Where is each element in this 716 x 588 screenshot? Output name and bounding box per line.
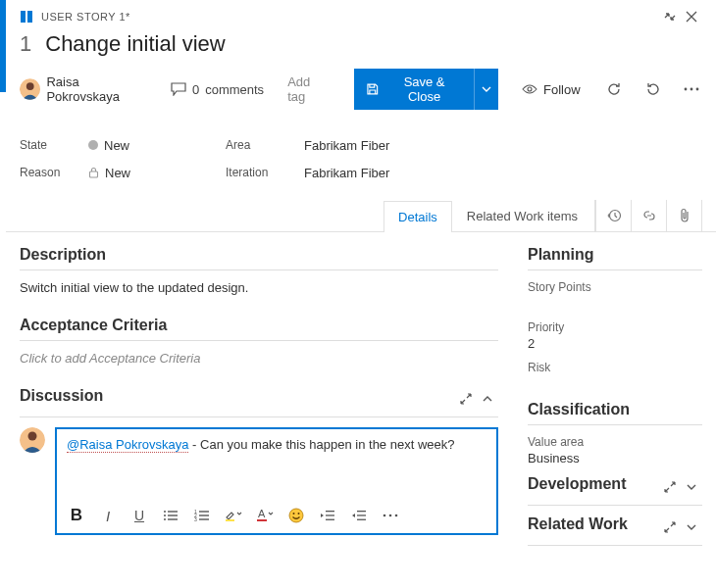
assignee-name: Raisa Pokrovskaya xyxy=(46,74,152,104)
save-dropdown-button[interactable] xyxy=(474,69,498,110)
tab-details[interactable]: Details xyxy=(384,201,452,232)
undo-icon xyxy=(645,81,661,97)
link-icon xyxy=(641,208,657,223)
avatar xyxy=(20,78,40,100)
editor-emoji-button[interactable] xyxy=(284,504,308,527)
svg-point-11 xyxy=(28,432,37,441)
discussion-textarea[interactable]: @Raisa Pokrovskaya - Can you make this h… xyxy=(57,429,496,498)
svg-rect-31 xyxy=(326,514,334,515)
follow-button[interactable]: Follow xyxy=(516,78,587,101)
editor-number-list-button[interactable]: 123 xyxy=(190,504,214,527)
restore-window-icon[interactable] xyxy=(659,6,681,27)
discussion-expand-button[interactable] xyxy=(455,388,477,410)
description-text[interactable]: Switch initial view to the updated desig… xyxy=(20,280,498,295)
chevron-up-icon xyxy=(483,395,492,403)
editor-indent-button[interactable] xyxy=(347,504,371,527)
tab-history[interactable] xyxy=(595,200,631,231)
tab-related-work-items[interactable]: Related Work items xyxy=(452,200,592,231)
divider xyxy=(20,340,498,341)
comments-label: comments xyxy=(205,82,264,97)
highlight-icon xyxy=(225,509,242,522)
close-icon[interactable] xyxy=(681,6,702,27)
attachment-icon xyxy=(678,208,691,223)
work-item-type-label: USER STORY 1* xyxy=(41,11,130,23)
editor-underline-button[interactable]: U xyxy=(128,504,151,527)
development-collapse-button[interactable] xyxy=(681,476,702,498)
work-item-id: 1 xyxy=(20,31,31,57)
iteration-label: Iteration xyxy=(226,166,304,179)
lock-icon xyxy=(88,167,99,178)
svg-point-36 xyxy=(384,514,386,517)
development-expand-button[interactable] xyxy=(659,476,681,498)
user-story-type-icon xyxy=(20,10,33,24)
svg-rect-35 xyxy=(357,519,366,520)
story-points-field[interactable] xyxy=(528,296,702,311)
revert-button[interactable] xyxy=(642,78,663,100)
related-work-expand-button[interactable] xyxy=(659,516,681,538)
more-actions-button[interactable] xyxy=(682,78,702,100)
svg-text:3: 3 xyxy=(194,516,197,521)
chevron-down-icon xyxy=(482,86,491,92)
tab-attachments[interactable] xyxy=(666,200,701,231)
divider xyxy=(528,505,702,506)
ellipsis-icon xyxy=(684,87,699,91)
save-and-close-button[interactable]: Save & Close xyxy=(354,69,474,110)
risk-field[interactable] xyxy=(528,376,702,391)
divider xyxy=(528,424,702,425)
numbered-list-icon: 123 xyxy=(194,510,210,521)
editor-italic-button[interactable]: I xyxy=(96,504,120,527)
svg-point-12 xyxy=(164,511,166,513)
ellipsis-icon xyxy=(383,514,398,517)
bullet-list-icon xyxy=(163,510,179,521)
add-tag-button[interactable]: Add tag xyxy=(281,73,336,106)
editor-outdent-button[interactable] xyxy=(316,504,339,527)
discussion-editor[interactable]: @Raisa Pokrovskaya - Can you make this h… xyxy=(55,427,498,535)
svg-point-29 xyxy=(298,513,300,514)
svg-point-16 xyxy=(164,518,166,520)
svg-rect-30 xyxy=(326,511,334,512)
eye-icon xyxy=(522,83,537,95)
priority-field[interactable]: 2 xyxy=(528,336,702,351)
editor-highlight-button[interactable] xyxy=(222,504,245,527)
svg-point-28 xyxy=(293,513,295,514)
expand-icon xyxy=(664,481,676,493)
editor-bold-button[interactable]: B xyxy=(65,504,88,527)
classification-heading: Classification xyxy=(528,401,702,418)
svg-rect-17 xyxy=(168,518,178,519)
svg-point-5 xyxy=(685,88,688,91)
svg-rect-33 xyxy=(357,511,366,512)
save-icon xyxy=(366,82,380,96)
tab-links[interactable] xyxy=(631,200,666,231)
refresh-button[interactable] xyxy=(604,78,625,100)
state-dot-icon xyxy=(88,140,98,150)
svg-point-14 xyxy=(164,514,166,516)
svg-point-27 xyxy=(289,509,303,522)
svg-rect-23 xyxy=(199,518,209,519)
acceptance-criteria-input[interactable]: Click to add Acceptance Criteria xyxy=(20,351,498,366)
editor-more-button[interactable] xyxy=(379,504,402,527)
related-work-heading: Related Work xyxy=(528,515,628,533)
comment-icon xyxy=(171,82,186,96)
mention[interactable]: @Raisa Pokrovskaya xyxy=(67,437,188,453)
risk-label: Risk xyxy=(528,361,702,374)
assignee-field[interactable]: Raisa Pokrovskaya xyxy=(20,74,153,104)
work-item-title[interactable]: Change initial view xyxy=(45,31,225,57)
related-work-collapse-button[interactable] xyxy=(681,516,702,538)
value-area-field[interactable]: Business xyxy=(528,451,702,466)
priority-label: Priority xyxy=(528,320,702,334)
svg-rect-0 xyxy=(21,11,26,23)
iteration-field[interactable]: Fabrikam Fiber xyxy=(304,166,389,180)
editor-bullet-list-button[interactable] xyxy=(159,504,182,527)
emoji-icon xyxy=(288,508,304,523)
comments-button[interactable]: 0 comments xyxy=(171,82,264,97)
svg-point-37 xyxy=(389,514,392,517)
discussion-text: - Can you make this happen in the next w… xyxy=(188,437,454,452)
area-field[interactable]: Fabrikam Fiber xyxy=(304,138,389,153)
editor-font-color-button[interactable]: A xyxy=(253,504,277,527)
state-field[interactable]: New xyxy=(88,138,226,153)
svg-text:A: A xyxy=(258,509,266,519)
reason-field[interactable]: New xyxy=(88,166,226,180)
discussion-collapse-button[interactable] xyxy=(477,388,498,410)
acceptance-criteria-heading: Acceptance Criteria xyxy=(20,317,498,334)
svg-rect-1 xyxy=(27,11,32,23)
